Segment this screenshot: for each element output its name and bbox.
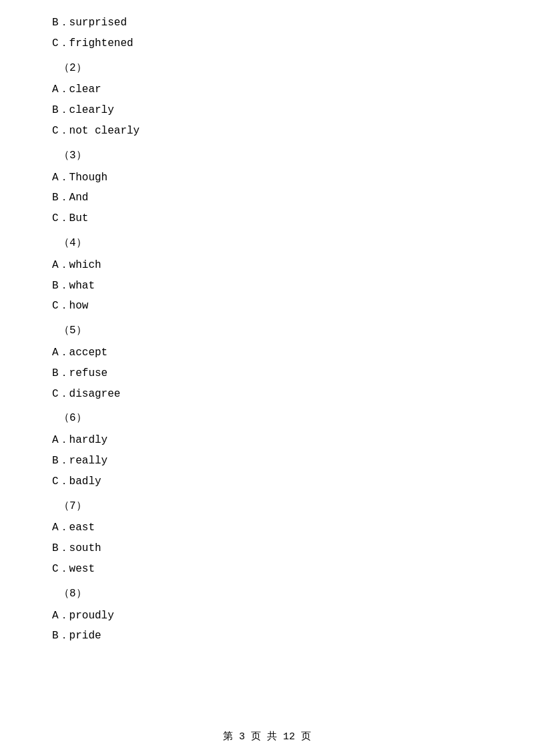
b-really: B．really [52,451,482,471]
main-content: B．surprised C．frightened （2） A．clear B．c… [0,0,534,687]
c-disagree: C．disagree [52,385,482,404]
a-though: A．Though [52,168,482,188]
a-hardly: A．hardly [52,431,482,450]
page-footer: 第 3 页 共 12 页 [0,730,534,743]
label-8: （8） [52,584,482,604]
c-west: C．west [52,560,482,579]
b-clearly: B．clearly [52,101,482,120]
b-refuse: B．refuse [52,364,482,383]
a-clear: A．clear [52,80,482,100]
label-6: （6） [52,409,482,428]
label-2: （2） [52,59,482,78]
label-3: （3） [52,146,482,166]
a-accept: A．accept [52,343,482,363]
c-badly: C．badly [52,472,482,492]
c-not-clearly: C．not clearly [52,122,482,141]
label-5: （5） [52,321,482,341]
b-what: B．what [52,276,482,296]
b-surprised: B．surprised [52,13,482,33]
c-but: C．But [52,209,482,228]
a-which: A．which [52,256,482,275]
label-7: （7） [52,497,482,516]
b-south: B．south [52,539,482,558]
b-and: B．And [52,188,482,208]
label-4: （4） [52,234,482,253]
b-pride: B．pride [52,626,482,646]
c-frightened: C．frightened [52,34,482,53]
a-proudly: A．proudly [52,606,482,626]
c-how: C．how [52,297,482,316]
a-east: A．east [52,518,482,538]
